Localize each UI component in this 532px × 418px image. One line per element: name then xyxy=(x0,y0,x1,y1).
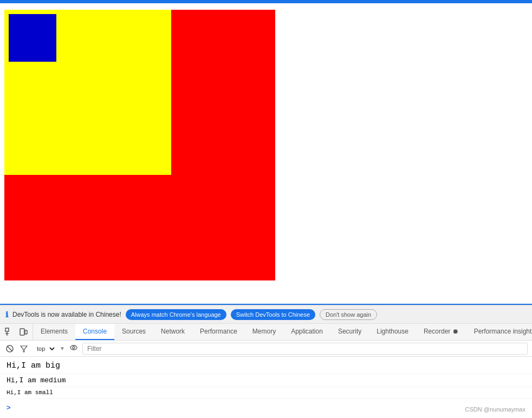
tab-sources[interactable]: Sources xyxy=(114,324,153,340)
svg-marker-7 xyxy=(21,346,27,352)
blue-rectangle xyxy=(9,14,56,62)
console-prompt: > xyxy=(0,401,532,414)
tab-network[interactable]: Network xyxy=(153,324,192,340)
devtools-icon-group xyxy=(0,324,33,340)
dropdown-arrow-icon: ▼ xyxy=(60,345,65,351)
eye-icon[interactable] xyxy=(68,342,79,355)
console-line-2: Hi,I am medium xyxy=(0,374,532,388)
tab-application[interactable]: Application xyxy=(283,324,330,340)
tab-console[interactable]: Console xyxy=(75,324,114,340)
console-toolbar: top ▼ xyxy=(0,341,532,357)
clear-console-icon[interactable] xyxy=(4,343,15,354)
device-toolbar-icon[interactable] xyxy=(17,326,29,338)
svg-point-9 xyxy=(73,347,75,349)
tab-performance-insights[interactable]: Performance insights ⏺ xyxy=(466,324,532,340)
tab-memory[interactable]: Memory xyxy=(245,324,283,340)
devtools-panel: ℹ DevTools is now available in Chinese! … xyxy=(0,304,532,414)
svg-rect-0 xyxy=(5,328,9,331)
tab-elements[interactable]: Elements xyxy=(33,324,75,340)
tab-performance[interactable]: Performance xyxy=(192,324,245,340)
tab-security[interactable]: Security xyxy=(330,324,369,340)
tab-lighthouse[interactable]: Lighthouse xyxy=(369,324,416,340)
info-icon: ℹ xyxy=(5,310,8,319)
devtools-tab-bar: Elements Console Sources Network Perform… xyxy=(0,323,532,341)
svg-rect-3 xyxy=(20,329,24,335)
always-match-button[interactable]: Always match Chrome's language xyxy=(126,309,226,320)
inspect-element-icon[interactable] xyxy=(3,326,15,338)
console-caret-icon: > xyxy=(7,403,11,412)
tab-recorder[interactable]: Recorder ⏺ xyxy=(416,324,466,340)
svg-rect-4 xyxy=(25,330,27,334)
main-content xyxy=(0,3,532,304)
svg-line-6 xyxy=(7,346,12,351)
notification-text: DevTools is now available in Chinese! xyxy=(12,311,121,318)
filter-icon[interactable] xyxy=(18,343,29,354)
dont-show-again-button[interactable]: Don't show again xyxy=(320,309,377,320)
canvas-area xyxy=(4,10,275,280)
context-selector[interactable]: top xyxy=(33,344,56,354)
filter-input[interactable] xyxy=(82,343,528,355)
watermark: CSDN @nunumaymax xyxy=(465,406,525,413)
devtools-notification-bar: ℹ DevTools is now available in Chinese! … xyxy=(0,305,532,323)
svg-point-8 xyxy=(70,345,77,350)
switch-devtools-button[interactable]: Switch DevTools to Chinese xyxy=(231,309,315,320)
console-line-3: Hi,I am small xyxy=(0,387,532,399)
console-line-1: Hi,I am big xyxy=(0,359,532,374)
console-output: Hi,I am big Hi,I am medium Hi,I am small xyxy=(0,357,532,401)
